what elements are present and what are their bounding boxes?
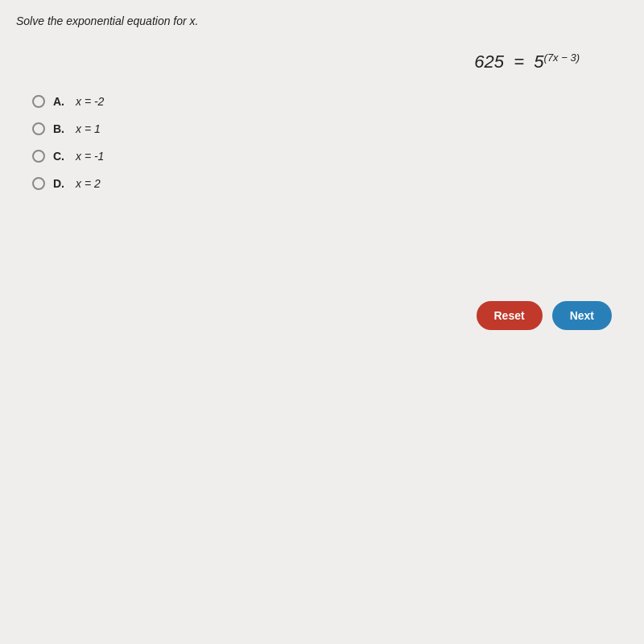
buttons-area: Reset Next <box>477 301 613 330</box>
reset-button[interactable]: Reset <box>477 301 543 330</box>
radio-b[interactable] <box>32 122 45 135</box>
equation-exponent: (7x − 3) <box>544 52 580 64</box>
instruction: Solve the exponential equation for x. <box>16 14 628 27</box>
equation-left: 625 <box>474 52 504 72</box>
label-c: C. <box>53 150 68 163</box>
option-a[interactable]: A. x = -2 <box>32 95 628 108</box>
label-b: B. <box>53 122 68 135</box>
option-b[interactable]: B. x = 1 <box>32 122 628 135</box>
value-c: x = -1 <box>76 150 104 163</box>
label-a: A. <box>53 95 68 108</box>
options-list: A. x = -2 B. x = 1 C. x = -1 D. x = 2 <box>16 95 628 190</box>
value-d: x = 2 <box>76 177 101 190</box>
value-b: x = 1 <box>76 122 101 135</box>
value-a: x = -2 <box>76 95 104 108</box>
equation-area: 625 = 5(7x − 3) <box>16 52 628 72</box>
radio-a[interactable] <box>32 95 45 108</box>
next-button[interactable]: Next <box>552 301 612 330</box>
radio-c[interactable] <box>32 150 45 163</box>
equation-equals: = <box>509 52 534 72</box>
equation: 625 = 5(7x − 3) <box>474 52 580 72</box>
label-d: D. <box>53 177 68 190</box>
equation-base: 5 <box>534 52 543 72</box>
option-d[interactable]: D. x = 2 <box>32 177 628 190</box>
page: Solve the exponential equation for x. 62… <box>0 0 644 644</box>
radio-d[interactable] <box>32 177 45 190</box>
option-c[interactable]: C. x = -1 <box>32 150 628 163</box>
